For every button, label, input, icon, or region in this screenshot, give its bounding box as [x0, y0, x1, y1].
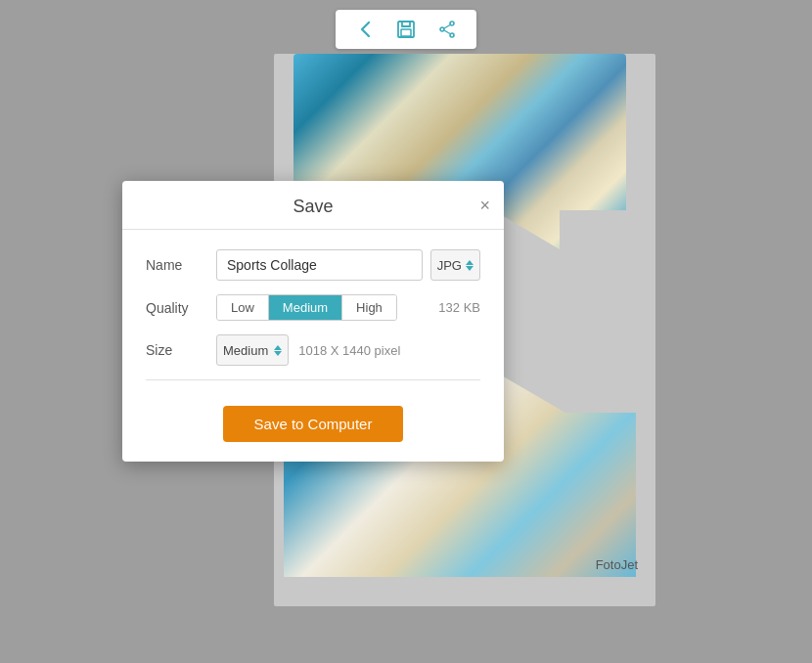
- save-to-computer-button[interactable]: Save to Computer: [223, 406, 404, 442]
- svg-point-3: [450, 33, 454, 37]
- name-input[interactable]: [216, 249, 423, 281]
- dialog-body: Name JPG Quality Low Medium High 132 KB …: [122, 230, 504, 406]
- save-dialog: Save × Name JPG Quality Low Medium High: [122, 181, 504, 462]
- save-icon[interactable]: [392, 16, 420, 43]
- file-size: 132 KB: [427, 300, 480, 315]
- format-arrow-down-icon: [466, 266, 474, 271]
- size-arrow-up-icon: [274, 345, 282, 350]
- close-button[interactable]: ×: [479, 197, 490, 214]
- quality-high-button[interactable]: High: [342, 295, 396, 320]
- dialog-divider: [146, 379, 480, 380]
- svg-point-4: [440, 27, 444, 31]
- dialog-footer: Save to Computer: [122, 406, 504, 462]
- svg-point-2: [450, 22, 454, 25]
- dialog-header: Save ×: [122, 181, 504, 230]
- quality-group: Low Medium High: [216, 294, 397, 321]
- share-icon[interactable]: [433, 16, 461, 43]
- name-row: Name JPG: [146, 249, 480, 281]
- size-arrow-down-icon: [274, 351, 282, 356]
- svg-line-6: [444, 30, 450, 34]
- size-arrows: [274, 345, 282, 356]
- name-label: Name: [146, 257, 216, 273]
- svg-line-5: [444, 25, 450, 29]
- format-arrows: [466, 260, 474, 271]
- size-selector[interactable]: Medium: [216, 334, 289, 366]
- toolbar: [336, 10, 476, 49]
- size-label: Size: [146, 342, 216, 358]
- fotojet-watermark: FotoJet: [596, 557, 638, 572]
- quality-label: Quality: [146, 300, 216, 316]
- format-selector[interactable]: JPG: [430, 249, 480, 281]
- size-selected-label: Medium: [223, 343, 268, 358]
- format-arrow-up-icon: [466, 260, 474, 265]
- size-dimensions: 1018 X 1440 pixel: [298, 343, 400, 358]
- format-label: JPG: [437, 258, 462, 273]
- quality-low-button[interactable]: Low: [217, 295, 269, 320]
- quality-row: Quality Low Medium High 132 KB: [146, 294, 480, 321]
- size-row: Size Medium 1018 X 1440 pixel: [146, 334, 480, 366]
- back-button[interactable]: [351, 16, 379, 43]
- svg-rect-1: [401, 29, 411, 36]
- dialog-title: Save: [293, 197, 333, 217]
- quality-medium-button[interactable]: Medium: [269, 295, 342, 320]
